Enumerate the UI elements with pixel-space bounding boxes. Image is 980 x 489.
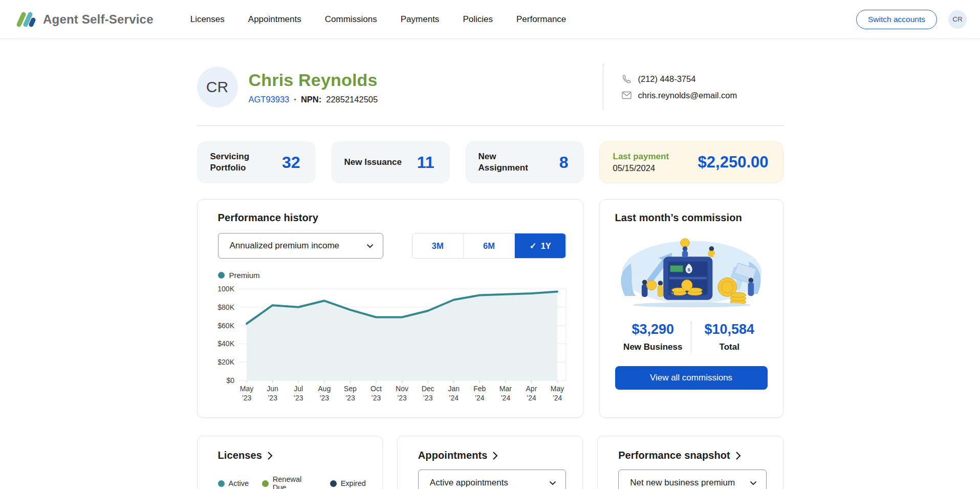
licenses-legend: Active Renewal Due Expired <box>218 475 366 489</box>
phone-number: (212) 448-3754 <box>638 74 696 84</box>
snapshot-filter-value: Net new business premium <box>630 478 735 488</box>
nav-item-payments[interactable]: Payments <box>401 14 440 25</box>
range-1y-button[interactable]: ✓ 1Y <box>514 233 565 258</box>
last-payment-date: 05/15/2024 <box>613 163 669 173</box>
snapshot-title-row[interactable]: Performance snapshot <box>618 450 741 461</box>
profile-section: CR Chris Reynolds AGT93933 • NPN: 228521… <box>197 39 783 111</box>
svg-text:’23: ’23 <box>423 394 432 402</box>
svg-text:Jun: Jun <box>267 385 278 393</box>
new-business-label: New Business <box>615 342 691 352</box>
svg-text:Sep: Sep <box>343 385 356 393</box>
svg-text:$40K: $40K <box>218 339 235 348</box>
range-3m-button[interactable]: 3M <box>412 233 463 258</box>
last-payment-card: Last payment 05/15/2024 $2,250.00 <box>599 141 783 183</box>
licenses-card: Licenses Active Renewal Due Expired <box>197 436 383 489</box>
stat-card-new-issuance: New Issuance 11 <box>331 141 450 183</box>
metric-select-value: Annualized premium income <box>230 241 340 251</box>
metric-select[interactable]: Annualized premium income <box>218 233 383 259</box>
svg-text:Oct: Oct <box>371 385 382 393</box>
envelope-icon <box>622 91 631 99</box>
switch-accounts-button[interactable]: Switch accounts <box>856 10 937 29</box>
performance-snapshot-card: Performance snapshot Net new business pr… <box>597 436 783 489</box>
chevron-down-icon <box>750 481 757 485</box>
nav-item-appointments[interactable]: Appointments <box>248 14 301 25</box>
main-nav: Licenses Appointments Commissions Paymen… <box>190 14 567 25</box>
profile-avatar: CR <box>197 67 238 108</box>
svg-text:$100K: $100K <box>218 285 235 293</box>
svg-text:’23: ’23 <box>268 394 277 402</box>
meta-separator: • <box>294 96 296 103</box>
nav-item-licenses[interactable]: Licenses <box>190 14 225 25</box>
new-business-value: $3,290 <box>615 322 691 337</box>
appointments-title-row[interactable]: Appointments <box>418 450 498 461</box>
svg-text:’24: ’24 <box>500 394 510 402</box>
svg-text:’23: ’23 <box>319 394 329 402</box>
total-label: Total <box>691 342 768 352</box>
email-address: chris.reynolds@email.com <box>638 91 737 100</box>
chevron-right-icon <box>267 451 273 460</box>
stat-label: Servicing Portfolio <box>210 151 271 174</box>
svg-text:Apr: Apr <box>526 385 537 393</box>
performance-history-card: Performance history Annualized premium i… <box>197 199 583 418</box>
contact-block: (212) 448-3754 chris.reynolds@email.com <box>603 74 783 100</box>
total-value: $10,584 <box>691 322 768 337</box>
svg-text:$80K: $80K <box>218 303 235 311</box>
nav-item-policies[interactable]: Policies <box>463 14 493 25</box>
premium-area-chart: $0$20K$40K$60K$80K$100KMay’23Jun’23Jul’2… <box>218 283 572 406</box>
profile-rule <box>197 125 783 126</box>
last-payment-amount: $2,250.00 <box>698 153 769 172</box>
svg-text:Mar: Mar <box>499 385 511 393</box>
chevron-right-icon <box>735 451 741 460</box>
snapshot-filter-select[interactable]: Net new business premium <box>618 470 766 489</box>
profile-name: Chris Reynolds <box>249 70 378 90</box>
brand[interactable]: Agent Self-Service <box>15 11 154 28</box>
appointments-filter-select[interactable]: Active appointments <box>418 470 566 489</box>
renewal-due-dot <box>262 480 269 487</box>
licenses-title: Licenses <box>218 450 262 461</box>
active-dot <box>218 480 225 487</box>
commission-card: Last month’s commission $ <box>599 199 783 418</box>
legend-item-active: Active <box>218 479 249 487</box>
npn-label: NPN: <box>301 95 321 104</box>
svg-text:Dec: Dec <box>421 385 434 393</box>
stats-row: Servicing Portfolio 32 New Issuance 11 N… <box>197 141 783 183</box>
svg-text:May: May <box>550 385 563 393</box>
svg-text:’23: ’23 <box>371 394 381 402</box>
top-navbar: Agent Self-Service Licenses Appointments… <box>0 0 980 39</box>
view-all-commissions-button[interactable]: View all commissions <box>615 366 768 390</box>
appointments-filter-value: Active appointments <box>430 478 508 488</box>
nav-item-commissions[interactable]: Commissions <box>325 14 377 25</box>
licenses-title-row[interactable]: Licenses <box>218 450 273 461</box>
svg-text:Aug: Aug <box>318 385 331 393</box>
expired-dot <box>330 480 337 487</box>
svg-text:Jan: Jan <box>448 385 460 393</box>
svg-text:$60K: $60K <box>218 322 235 330</box>
performance-history-title: Performance history <box>218 212 567 224</box>
range-6m-button[interactable]: 6M <box>463 233 514 258</box>
legend-item-renewal-due: Renewal Due <box>262 475 317 489</box>
stat-value: 11 <box>417 153 434 172</box>
agent-id-link[interactable]: AGT93933 <box>249 95 290 104</box>
chart-legend: Premium <box>218 271 567 280</box>
phone-icon <box>622 74 631 84</box>
stat-card-new-assignment: New Assignment 8 <box>465 141 584 183</box>
snapshot-title: Performance snapshot <box>618 450 730 461</box>
nav-item-performance[interactable]: Performance <box>516 14 566 25</box>
svg-text:’24: ’24 <box>474 394 484 402</box>
stat-card-servicing-portfolio: Servicing Portfolio 32 <box>197 141 316 183</box>
premium-legend-dot <box>218 272 225 279</box>
svg-text:’24: ’24 <box>552 394 562 402</box>
stat-label: New Assignment <box>478 151 539 174</box>
svg-text:$20K: $20K <box>218 358 235 366</box>
npn-value: 22852142505 <box>326 95 378 104</box>
phone-row: (212) 448-3754 <box>622 74 783 84</box>
svg-text:’23: ’23 <box>293 394 303 402</box>
brand-logo-icon <box>15 11 37 28</box>
svg-text:Jul: Jul <box>294 385 303 393</box>
header-avatar[interactable]: CR <box>948 10 967 29</box>
commission-illustration: $ <box>615 230 768 314</box>
svg-text:’24: ’24 <box>527 394 536 402</box>
svg-text:May: May <box>239 385 253 393</box>
svg-text:’24: ’24 <box>449 394 459 402</box>
svg-text:$: $ <box>687 267 690 272</box>
